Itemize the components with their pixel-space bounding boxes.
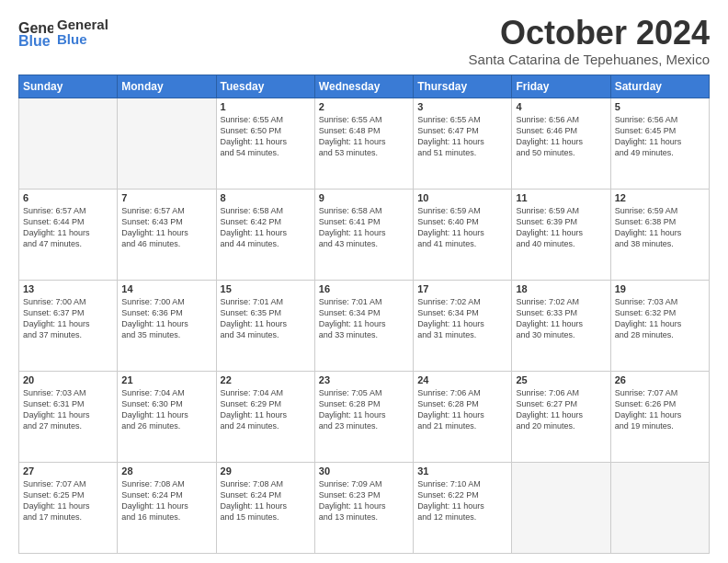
cell-info: Sunrise: 7:02 AM Sunset: 6:33 PM Dayligh… <box>516 296 606 341</box>
day-number: 13 <box>23 283 113 294</box>
calendar-week-4: 20Sunrise: 7:03 AM Sunset: 6:31 PM Dayli… <box>19 371 710 462</box>
calendar-cell: 21Sunrise: 7:04 AM Sunset: 6:30 PM Dayli… <box>118 371 216 462</box>
cell-info: Sunrise: 7:03 AM Sunset: 6:32 PM Dayligh… <box>615 296 705 341</box>
day-number: 28 <box>121 465 211 477</box>
cell-info: Sunrise: 7:04 AM Sunset: 6:30 PM Dayligh… <box>121 387 211 432</box>
day-number: 31 <box>417 465 507 477</box>
calendar-cell: 5Sunrise: 6:56 AM Sunset: 6:45 PM Daylig… <box>610 98 709 189</box>
title-block: October 2024 Santa Catarina de Tepehuane… <box>469 15 710 67</box>
day-number: 15 <box>221 283 311 294</box>
calendar-cell: 12Sunrise: 6:59 AM Sunset: 6:38 PM Dayli… <box>610 189 709 280</box>
cell-info: Sunrise: 6:58 AM Sunset: 6:41 PM Dayligh… <box>319 205 409 250</box>
calendar-cell: 8Sunrise: 6:58 AM Sunset: 6:42 PM Daylig… <box>216 189 314 280</box>
cell-info: Sunrise: 7:06 AM Sunset: 6:28 PM Dayligh… <box>417 387 507 432</box>
cell-info: Sunrise: 7:06 AM Sunset: 6:27 PM Dayligh… <box>516 387 606 432</box>
cell-info: Sunrise: 7:01 AM Sunset: 6:34 PM Dayligh… <box>319 296 409 341</box>
calendar-cell <box>19 98 118 189</box>
day-number: 12 <box>615 192 705 203</box>
header: General Blue General Blue October 2024 S… <box>18 15 710 67</box>
calendar-cell: 9Sunrise: 6:58 AM Sunset: 6:41 PM Daylig… <box>314 189 413 280</box>
calendar-cell: 17Sunrise: 7:02 AM Sunset: 6:34 PM Dayli… <box>414 280 512 371</box>
day-number: 14 <box>121 283 211 294</box>
cell-info: Sunrise: 6:59 AM Sunset: 6:40 PM Dayligh… <box>417 205 507 250</box>
svg-text:Blue: Blue <box>18 33 51 49</box>
calendar-cell: 2Sunrise: 6:55 AM Sunset: 6:48 PM Daylig… <box>314 98 413 189</box>
calendar-cell: 25Sunrise: 7:06 AM Sunset: 6:27 PM Dayli… <box>512 371 610 462</box>
day-number: 5 <box>615 101 705 112</box>
location-subtitle: Santa Catarina de Tepehuanes, Mexico <box>469 52 710 67</box>
calendar-cell: 3Sunrise: 6:55 AM Sunset: 6:47 PM Daylig… <box>414 98 512 189</box>
day-number: 1 <box>221 101 311 112</box>
day-number: 29 <box>221 465 311 477</box>
calendar-cell: 19Sunrise: 7:03 AM Sunset: 6:32 PM Dayli… <box>610 280 709 371</box>
calendar-cell: 15Sunrise: 7:01 AM Sunset: 6:35 PM Dayli… <box>216 280 314 371</box>
calendar-cell: 30Sunrise: 7:09 AM Sunset: 6:23 PM Dayli… <box>314 462 413 553</box>
day-number: 18 <box>516 283 606 294</box>
cell-info: Sunrise: 6:58 AM Sunset: 6:42 PM Dayligh… <box>221 205 311 250</box>
cell-info: Sunrise: 6:59 AM Sunset: 6:39 PM Dayligh… <box>516 205 606 250</box>
cell-info: Sunrise: 6:56 AM Sunset: 6:46 PM Dayligh… <box>516 114 606 159</box>
day-number: 30 <box>319 465 409 477</box>
logo: General Blue General Blue <box>18 15 108 50</box>
calendar-week-5: 27Sunrise: 7:07 AM Sunset: 6:25 PM Dayli… <box>19 462 710 553</box>
cell-info: Sunrise: 7:05 AM Sunset: 6:28 PM Dayligh… <box>319 387 409 432</box>
calendar-cell: 22Sunrise: 7:04 AM Sunset: 6:29 PM Dayli… <box>216 371 314 462</box>
cell-info: Sunrise: 7:04 AM Sunset: 6:29 PM Dayligh… <box>221 387 311 432</box>
cell-info: Sunrise: 6:57 AM Sunset: 6:43 PM Dayligh… <box>121 205 211 250</box>
weekday-header-row: SundayMondayTuesdayWednesdayThursdayFrid… <box>19 75 710 98</box>
day-number: 23 <box>319 374 409 385</box>
calendar-week-2: 6Sunrise: 6:57 AM Sunset: 6:44 PM Daylig… <box>19 189 710 280</box>
calendar-cell: 18Sunrise: 7:02 AM Sunset: 6:33 PM Dayli… <box>512 280 610 371</box>
cell-info: Sunrise: 6:55 AM Sunset: 6:50 PM Dayligh… <box>221 114 311 159</box>
day-number: 26 <box>615 374 705 385</box>
day-number: 17 <box>417 283 507 294</box>
page: General Blue General Blue October 2024 S… <box>0 0 728 563</box>
day-number: 3 <box>417 101 507 112</box>
logo-blue: Blue <box>57 32 108 48</box>
calendar-cell: 4Sunrise: 6:56 AM Sunset: 6:46 PM Daylig… <box>512 98 610 189</box>
day-number: 24 <box>417 374 507 385</box>
day-number: 11 <box>516 192 606 203</box>
cell-info: Sunrise: 6:57 AM Sunset: 6:44 PM Dayligh… <box>23 205 113 250</box>
calendar-cell <box>512 462 610 553</box>
day-number: 22 <box>221 374 311 385</box>
month-title: October 2024 <box>469 15 710 52</box>
cell-info: Sunrise: 7:00 AM Sunset: 6:36 PM Dayligh… <box>121 296 211 341</box>
cell-info: Sunrise: 7:08 AM Sunset: 6:24 PM Dayligh… <box>221 478 311 523</box>
calendar-week-1: 1Sunrise: 6:55 AM Sunset: 6:50 PM Daylig… <box>19 98 710 189</box>
calendar-cell <box>118 98 216 189</box>
calendar-cell: 14Sunrise: 7:00 AM Sunset: 6:36 PM Dayli… <box>118 280 216 371</box>
cell-info: Sunrise: 6:56 AM Sunset: 6:45 PM Dayligh… <box>615 114 705 159</box>
calendar-cell: 23Sunrise: 7:05 AM Sunset: 6:28 PM Dayli… <box>314 371 413 462</box>
calendar-cell: 29Sunrise: 7:08 AM Sunset: 6:24 PM Dayli… <box>216 462 314 553</box>
cell-info: Sunrise: 6:59 AM Sunset: 6:38 PM Dayligh… <box>615 205 705 250</box>
weekday-header-thursday: Thursday <box>414 75 512 98</box>
logo-general: General <box>57 17 108 33</box>
cell-info: Sunrise: 7:07 AM Sunset: 6:26 PM Dayligh… <box>615 387 705 432</box>
cell-info: Sunrise: 7:01 AM Sunset: 6:35 PM Dayligh… <box>221 296 311 341</box>
day-number: 8 <box>221 192 311 203</box>
calendar-cell: 31Sunrise: 7:10 AM Sunset: 6:22 PM Dayli… <box>414 462 512 553</box>
calendar-cell: 26Sunrise: 7:07 AM Sunset: 6:26 PM Dayli… <box>610 371 709 462</box>
weekday-header-tuesday: Tuesday <box>216 75 314 98</box>
day-number: 19 <box>615 283 705 294</box>
day-number: 20 <box>23 374 113 385</box>
calendar-cell: 10Sunrise: 6:59 AM Sunset: 6:40 PM Dayli… <box>414 189 512 280</box>
calendar-week-3: 13Sunrise: 7:00 AM Sunset: 6:37 PM Dayli… <box>19 280 710 371</box>
day-number: 16 <box>319 283 409 294</box>
weekday-header-monday: Monday <box>118 75 216 98</box>
calendar-cell: 1Sunrise: 6:55 AM Sunset: 6:50 PM Daylig… <box>216 98 314 189</box>
calendar-cell: 24Sunrise: 7:06 AM Sunset: 6:28 PM Dayli… <box>414 371 512 462</box>
cell-info: Sunrise: 7:08 AM Sunset: 6:24 PM Dayligh… <box>121 478 211 523</box>
calendar-cell: 11Sunrise: 6:59 AM Sunset: 6:39 PM Dayli… <box>512 189 610 280</box>
cell-info: Sunrise: 6:55 AM Sunset: 6:47 PM Dayligh… <box>417 114 507 159</box>
day-number: 7 <box>121 192 211 203</box>
calendar-cell <box>610 462 709 553</box>
cell-info: Sunrise: 7:10 AM Sunset: 6:22 PM Dayligh… <box>417 478 507 523</box>
calendar-cell: 6Sunrise: 6:57 AM Sunset: 6:44 PM Daylig… <box>19 189 118 280</box>
cell-info: Sunrise: 7:03 AM Sunset: 6:31 PM Dayligh… <box>23 387 113 432</box>
day-number: 4 <box>516 101 606 112</box>
day-number: 27 <box>23 465 113 477</box>
calendar-table: SundayMondayTuesdayWednesdayThursdayFrid… <box>18 75 710 554</box>
cell-info: Sunrise: 7:07 AM Sunset: 6:25 PM Dayligh… <box>23 478 113 523</box>
